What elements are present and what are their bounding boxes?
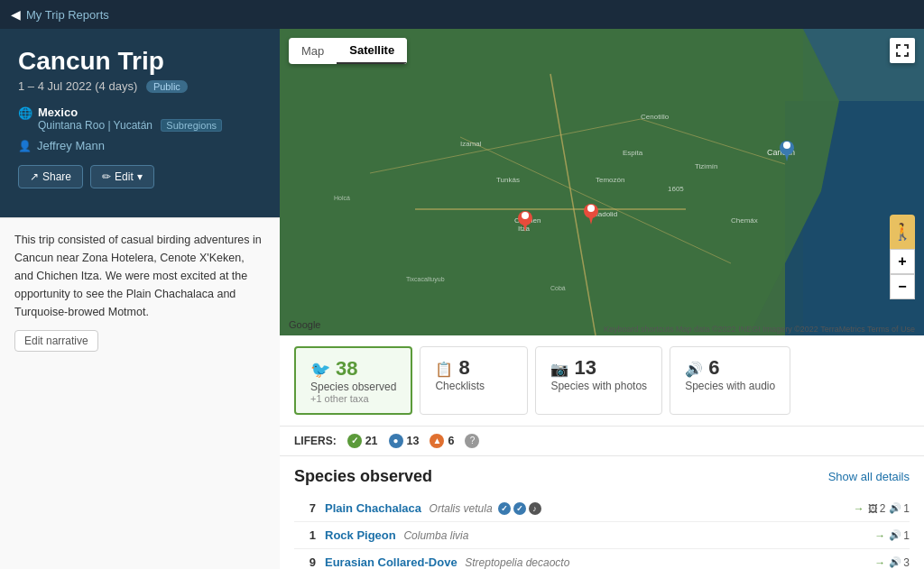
action-buttons: ↗ Share ✏ Edit ▾ — [18, 165, 262, 188]
back-arrow-icon: ◀ — [11, 7, 21, 22]
svg-text:Espita: Espita — [623, 149, 643, 157]
svg-point-26 — [522, 212, 529, 219]
svg-text:Temozón: Temozón — [596, 176, 624, 184]
species-list: 7 Plain Chachalaca Ortalis vetula ✓ ✓ ♪ … — [294, 495, 910, 569]
sidebar-top: Cancun Trip 1 – 4 Jul 2022 (4 days) Publ… — [0, 29, 280, 217]
trip-dates: 1 – 4 Jul 2022 (4 days) Public — [18, 79, 262, 93]
species-latin: Columba livia — [403, 529, 468, 542]
map-zoom-controls: + − — [890, 249, 915, 299]
lifer-blue-icon: ● — [389, 434, 403, 448]
species-header: Species observed Show all details — [294, 467, 910, 486]
svg-text:Holcá: Holcá — [334, 195, 350, 201]
share-icon: ↗ — [30, 170, 39, 183]
lifer-orange-count: 6 — [448, 435, 454, 447]
stat-label-species: Species observed — [310, 381, 396, 393]
svg-text:Cobá: Cobá — [550, 285, 566, 291]
stat-label-audio: Species with audio — [685, 380, 775, 392]
sidebar: Cancun Trip 1 – 4 Jul 2022 (4 days) Publ… — [0, 29, 280, 569]
svg-text:1605: 1605 — [668, 185, 684, 193]
stat-number-photos: 13 — [574, 356, 596, 380]
lifers-label: LIFERS: — [294, 435, 337, 447]
map-container: Cancún Chichen Itza Valladolid Izamal Tu… — [280, 29, 924, 335]
species-title: Species observed — [294, 467, 432, 486]
table-row: 1 Rock Pigeon Columba livia → 🔊1 — [294, 522, 910, 549]
edit-dropdown-icon: ▾ — [137, 170, 143, 183]
species-right: → 🔊3 — [874, 556, 910, 569]
species-name[interactable]: Eurasian Collared-Dove — [325, 555, 457, 569]
checklist-icon: ✓ — [498, 502, 511, 515]
map-tab-satellite[interactable]: Satellite — [337, 38, 407, 64]
audio-count: 🔊3 — [889, 556, 910, 569]
svg-text:Tizimín: Tizimín — [695, 162, 717, 170]
stat-sublabel-species: +1 other taxa — [310, 393, 396, 404]
audio-species-icon: ♪ — [529, 502, 541, 515]
stat-species-observed[interactable]: 🐦 38 Species observed +1 other taxa — [294, 346, 412, 415]
species-count: 1 — [294, 528, 316, 542]
author-name[interactable]: Jeffrey Mann — [37, 139, 105, 152]
lifers-help-icon[interactable]: ? — [465, 434, 479, 448]
stat-audio[interactable]: 🔊 6 Species with audio — [670, 346, 790, 415]
species-latin: Ortalis vetula — [430, 502, 493, 515]
lifer-green-count: 21 — [365, 435, 378, 447]
svg-point-32 — [783, 142, 790, 149]
species-info: Eurasian Collared-Dove Streptopelia deca… — [325, 555, 569, 569]
public-badge: Public — [146, 80, 188, 93]
arrow-icon: → — [874, 556, 885, 569]
species-name[interactable]: Plain Chachalaca — [325, 501, 421, 515]
location-details: Mexico Quintana Roo | Yucatán Subregions — [38, 106, 222, 132]
stats-bar: 🐦 38 Species observed +1 other taxa 📋 8 … — [280, 335, 924, 427]
trip-title: Cancun Trip — [18, 47, 262, 76]
svg-point-29 — [587, 205, 595, 212]
stat-checklists[interactable]: 📋 8 Checklists — [420, 346, 528, 415]
country-name[interactable]: Mexico — [38, 106, 78, 119]
map-tabs: Map Satellite — [289, 38, 407, 64]
audio-count: 🔊1 — [889, 502, 910, 515]
lifer-green-icon: ✓ — [347, 434, 362, 448]
stat-photos[interactable]: 📷 13 Species with photos — [535, 346, 662, 415]
svg-text:Chemáx: Chemáx — [731, 216, 758, 225]
species-info: Plain Chachalaca Ortalis vetula — [325, 501, 493, 515]
sidebar-narrative: This trip consisted of casual birding ad… — [0, 217, 280, 569]
zoom-in-button[interactable]: + — [890, 249, 915, 274]
species-section: Species observed Show all details 7 Plai… — [280, 456, 924, 569]
species-right: → 🔊1 — [874, 529, 910, 542]
arrow-icon: → — [854, 502, 864, 515]
species-name[interactable]: Rock Pigeon — [325, 528, 396, 542]
table-row: 7 Plain Chachalaca Ortalis vetula ✓ ✓ ♪ … — [294, 495, 910, 522]
user-row: 👤 Jeffrey Mann — [18, 139, 262, 152]
stat-label-photos: Species with photos — [550, 380, 647, 392]
lifer-green: ✓ 21 — [347, 434, 378, 448]
edit-narrative-button[interactable]: Edit narrative — [14, 330, 98, 352]
top-nav: ◀ My Trip Reports — [0, 0, 924, 29]
species-info: Rock Pigeon Columba livia — [325, 528, 468, 542]
lifer-blue: ● 13 — [389, 434, 420, 448]
svg-text:Tixcacaltuyub: Tixcacaltuyub — [406, 276, 445, 283]
location-row: 🌐 Mexico Quintana Roo | Yucatán Subregio… — [18, 106, 262, 132]
arrow-icon: → — [874, 529, 885, 542]
google-credit: Google — [289, 319, 320, 330]
checklist-icon-2: ✓ — [513, 502, 526, 515]
subregions-badge[interactable]: Subregions — [161, 119, 222, 132]
stat-label-checklists: Checklists — [435, 380, 513, 392]
species-icons: ✓ ✓ ♪ — [498, 502, 541, 515]
zoom-out-button[interactable]: − — [890, 274, 915, 299]
map-tab-map[interactable]: Map — [289, 38, 337, 64]
stat-number-checklists: 8 — [458, 356, 469, 380]
map-background: Cancún Chichen Itza Valladolid Izamal Tu… — [280, 29, 924, 335]
map-fullscreen-button[interactable] — [890, 38, 915, 63]
lifers-row: LIFERS: ✓ 21 ● 13 ▲ 6 ? — [280, 427, 924, 456]
lifer-orange: ▲ 6 — [430, 434, 454, 448]
share-button[interactable]: ↗ Share — [18, 165, 83, 188]
species-count: 9 — [294, 555, 316, 569]
species-right: → 🖼2 🔊1 — [854, 502, 910, 515]
table-row: 9 Eurasian Collared-Dove Streptopelia de… — [294, 549, 910, 569]
streetview-icon[interactable]: 🚶 — [890, 215, 915, 249]
stat-number-audio: 6 — [708, 356, 719, 380]
edit-button[interactable]: ✏ Edit ▾ — [90, 165, 154, 188]
audio-count: 🔊1 — [889, 529, 910, 542]
user-icon: 👤 — [18, 140, 32, 152]
main-layout: Cancun Trip 1 – 4 Jul 2022 (4 days) Publ… — [0, 29, 924, 569]
show-all-link[interactable]: Show all details — [828, 470, 910, 483]
nav-back-label[interactable]: My Trip Reports — [26, 8, 109, 22]
species-latin: Streptopelia decaocto — [465, 556, 569, 569]
